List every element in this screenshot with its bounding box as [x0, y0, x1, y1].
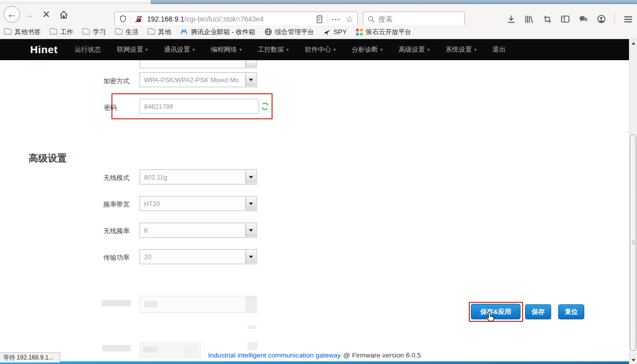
tx-power-label: 传输功率: [40, 253, 130, 262]
chevron-down-icon: [249, 176, 253, 178]
bookmark-folder-misc[interactable]: 其他: [148, 28, 171, 37]
back-button[interactable]: ←: [4, 6, 20, 23]
dropdown-button[interactable]: [245, 170, 256, 184]
save-button[interactable]: 保存: [525, 304, 551, 319]
nav-items: 运行状态 联网设置▾ 通讯设置▾ 编程网络▾ 工控数据▾ 软件中心▾ 分析诊断▾…: [67, 39, 514, 60]
url-bar[interactable]: 192.168.9.1/cgi-bin/luci/;stok=7643e4 ··…: [114, 12, 358, 27]
footer-link[interactable]: Industrial intelligent communication gat…: [208, 351, 341, 359]
bottom-edge-strip: [0, 361, 637, 364]
reader-mode-icon[interactable]: [316, 15, 323, 24]
menu-icon[interactable]: [623, 14, 633, 24]
sidebar-icon[interactable]: [560, 14, 570, 24]
cutoff-select: [140, 60, 257, 68]
dropdown-button[interactable]: [245, 197, 256, 210]
insecure-lock-icon: [135, 15, 143, 24]
advanced-settings-heading: 高级设置: [29, 152, 67, 165]
bandwidth-select[interactable]: HT20: [140, 196, 257, 211]
forward-button[interactable]: →: [23, 9, 35, 21]
messages-icon[interactable]: [578, 14, 588, 24]
channel-label: 无线频率: [40, 227, 130, 236]
footer: Industrial intelligent communication gat…: [0, 351, 629, 359]
password-label: 密码: [40, 103, 117, 112]
site-nav-bar: Hinet 运行状态 联网设置▾ 通讯设置▾ 编程网络▾ 工控数据▾ 软件中心▾…: [0, 39, 629, 60]
search-input[interactable]: [378, 15, 449, 23]
home-button[interactable]: [58, 9, 70, 21]
chevron-down-icon: [249, 79, 253, 81]
back-icon: ←: [7, 9, 17, 20]
home-icon: [59, 10, 69, 20]
reset-button[interactable]: 复位: [558, 304, 584, 319]
scrollbar[interactable]: [629, 39, 637, 364]
folder-icon: [148, 29, 155, 35]
chevron-down-icon: [249, 203, 253, 205]
bookmark-folder-life[interactable]: 生活: [115, 28, 139, 37]
bookmark-folder-other-bookmarks[interactable]: 其他书签: [4, 28, 41, 37]
browser-window: ← → × 192.168.9.1/cgi-bin/luci/;stok=764…: [0, 0, 637, 364]
nav-item-programming-network[interactable]: 编程网络▾: [203, 39, 250, 60]
bookmark-spy[interactable]: SPY: [323, 28, 347, 36]
browser-toolbar: ← → × 192.168.9.1/cgi-bin/luci/;stok=764…: [0, 4, 637, 25]
brand-logo[interactable]: Hinet: [30, 44, 58, 56]
nav-item-network-settings[interactable]: 联网设置▾: [109, 39, 156, 60]
scroll-down-button[interactable]: [629, 356, 637, 364]
password-input[interactable]: [140, 99, 259, 114]
url-text: 192.168.9.1/cgi-bin/luci/;stok=7643e4: [147, 15, 316, 23]
scroll-up-button[interactable]: [629, 39, 637, 47]
channel-select[interactable]: 6: [140, 223, 257, 238]
dropdown-button[interactable]: [245, 250, 256, 263]
wireless-mode-label: 无线模式: [40, 173, 130, 183]
chevron-down-icon: ▾: [427, 47, 430, 52]
shield-icon: [119, 15, 127, 23]
scrollbar-thumb[interactable]: [630, 134, 636, 351]
refresh-icon[interactable]: [261, 102, 269, 110]
chevron-down-icon: ▾: [474, 47, 477, 52]
bookmark-tencent-mail[interactable]: 腾讯企业邮箱 - 收件箱: [180, 28, 256, 37]
bookmark-management-platform[interactable]: 综合管理平台: [265, 28, 314, 37]
folder-icon: [50, 29, 57, 35]
footer-version: @ Firmware version 6.0.5: [343, 351, 421, 359]
nav-item-software-center[interactable]: 软件中心▾: [297, 39, 344, 60]
tx-power-select[interactable]: 20: [140, 249, 257, 264]
nav-item-running-status[interactable]: 运行状态: [67, 39, 109, 60]
window-top-strip-blue: [151, 0, 637, 4]
grip-icon: [631, 241, 635, 245]
encryption-label: 加密方式: [40, 77, 130, 86]
dropdown-button[interactable]: [245, 224, 256, 237]
account-icon[interactable]: [596, 14, 606, 24]
chevron-down-icon: ▾: [333, 47, 336, 52]
nav-item-communication-settings[interactable]: 通讯设置▾: [156, 39, 203, 60]
bandwidth-label: 频率带宽: [40, 200, 130, 209]
nav-item-industrial-data[interactable]: 工控数据▾: [250, 39, 297, 60]
nav-item-logout[interactable]: 退出: [484, 39, 514, 60]
globe-icon: [265, 28, 272, 36]
divider: [327, 15, 327, 24]
stop-button[interactable]: ×: [40, 8, 53, 21]
library-icon[interactable]: [524, 14, 534, 24]
divider: [131, 15, 131, 24]
chevron-down-icon: ▾: [287, 47, 289, 52]
dropdown-button[interactable]: [245, 73, 256, 86]
bookmarks-bar: 其他书签 工作 学习 生活 其他 腾讯企业邮箱 - 收件箱 综合管理平台 SPY…: [0, 25, 637, 39]
chevron-down-icon: ▾: [146, 47, 148, 52]
bookmark-folder-study[interactable]: 学习: [82, 28, 106, 37]
bookmark-folder-work[interactable]: 工作: [50, 28, 73, 37]
bookmark-ezviz[interactable]: 萤石云开放平台: [356, 28, 412, 37]
chevron-down-icon: [249, 256, 253, 258]
nav-item-system-settings[interactable]: 系统设置▾: [438, 39, 485, 60]
download-icon[interactable]: [506, 14, 516, 24]
search-box[interactable]: [363, 12, 465, 27]
screenshot-icon[interactable]: [542, 14, 552, 24]
chevron-up-icon: [631, 42, 635, 45]
encryption-select[interactable]: WPA-PSK/WPA2-PSK Mixed Mo: [140, 72, 257, 87]
folder-icon: [82, 29, 90, 35]
divider: [614, 14, 615, 24]
chevron-down-icon: [249, 229, 253, 232]
folder-icon: [115, 29, 122, 35]
chevron-down-icon: ▾: [239, 47, 242, 52]
bookmark-star-icon[interactable]: ☆: [346, 14, 353, 25]
wireless-mode-select[interactable]: 802.11g: [140, 169, 257, 185]
nav-item-advanced-settings[interactable]: 高级设置▾: [391, 39, 438, 60]
dropdown-button[interactable]: [245, 61, 256, 67]
nav-item-analysis-diagnosis[interactable]: 分析诊断▾: [344, 39, 391, 60]
page-actions-icon[interactable]: ···: [332, 15, 341, 24]
